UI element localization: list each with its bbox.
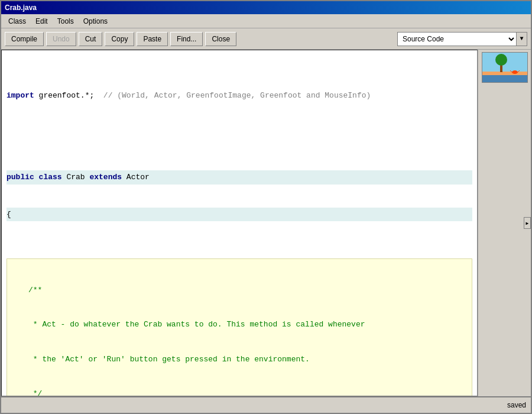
source-select-container: Source Code Documentation ▼	[397, 32, 527, 46]
javadoc-open: /**	[7, 284, 472, 296]
method-block: /** * Act - do whatever the Crab wants t…	[7, 258, 472, 397]
right-panel: ▶	[478, 50, 531, 396]
source-code-dropdown: Source Code Documentation ▼	[397, 32, 527, 46]
main-content: import greenfoot.*; // (World, Actor, Gr…	[1, 50, 531, 396]
app-window: Crab.java Class Edit Tools Options Compi…	[0, 0, 532, 414]
thumbnail	[482, 52, 528, 83]
menu-options[interactable]: Options	[79, 16, 112, 27]
source-select[interactable]: Source Code Documentation	[398, 33, 516, 46]
right-expand-icon[interactable]: ▶	[524, 217, 531, 229]
svg-point-5	[512, 70, 518, 74]
import-line: import greenfoot.*; // (World, Actor, Gr…	[7, 90, 472, 102]
menu-tools[interactable]: Tools	[53, 16, 79, 27]
menu-bar: Class Edit Tools Options	[1, 14, 531, 28]
find-button[interactable]: Find...	[170, 32, 203, 46]
menu-edit[interactable]: Edit	[31, 16, 53, 27]
javadoc-line2: * the 'Act' or 'Run' button gets pressed…	[7, 354, 472, 366]
menu-class[interactable]: Class	[4, 16, 31, 27]
compile-button[interactable]: Compile	[5, 32, 44, 46]
dropdown-arrow-icon[interactable]: ▼	[516, 33, 527, 46]
cut-button[interactable]: Cut	[79, 32, 103, 46]
title-bar: Crab.java	[1, 1, 531, 14]
svg-rect-2	[482, 72, 528, 75]
javadoc-close: */	[7, 388, 472, 396]
toolbar: Compile Undo Cut Copy Paste Find... Clos…	[1, 28, 531, 50]
class-declaration: public class Crab extends Actor	[7, 170, 472, 185]
copy-button[interactable]: Copy	[105, 32, 134, 46]
code-display: import greenfoot.*; // (World, Actor, Gr…	[7, 55, 472, 396]
paste-button[interactable]: Paste	[137, 32, 168, 46]
status-bar: saved	[1, 396, 531, 413]
undo-button[interactable]: Undo	[46, 32, 76, 46]
javadoc-line1: * Act - do whatever the Crab wants to do…	[7, 319, 472, 331]
class-open-brace: {	[7, 208, 472, 222]
close-button[interactable]: Close	[205, 32, 236, 46]
editor-area[interactable]: import greenfoot.*; // (World, Actor, Gr…	[1, 50, 478, 396]
window-title: Crab.java	[5, 4, 37, 12]
status-text: saved	[507, 401, 526, 409]
svg-point-4	[495, 54, 507, 66]
